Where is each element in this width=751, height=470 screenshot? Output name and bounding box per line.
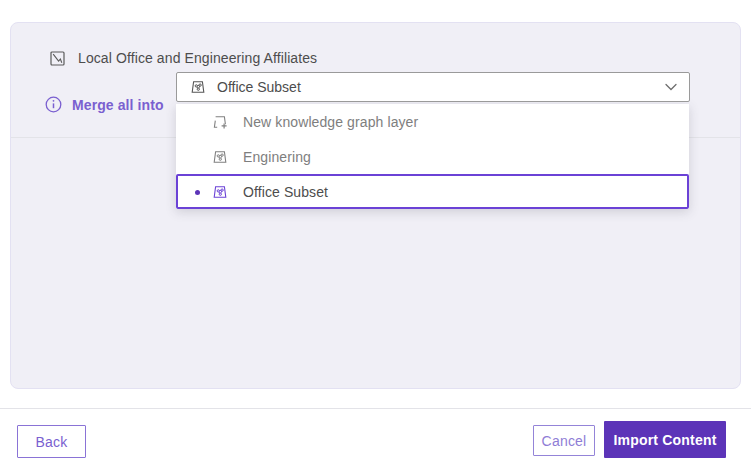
menu-option-label: Office Subset	[243, 184, 328, 200]
knowledge-graph-layer-icon	[212, 149, 228, 165]
menu-option-label: New knowledge graph layer	[243, 114, 418, 130]
merge-all-into-label: Merge all into	[72, 97, 164, 113]
knowledge-graph-layer-icon	[212, 184, 228, 200]
merge-all-into-row: Merge all into	[45, 96, 164, 113]
knowledge-graph-layer-icon	[190, 79, 206, 95]
import-content-button[interactable]: Import Content	[604, 421, 726, 458]
chevron-down-icon	[665, 83, 677, 91]
content-item-row: Local Office and Engineering Affiliates	[50, 50, 317, 66]
new-knowledge-graph-layer-icon	[212, 114, 228, 130]
cancel-button[interactable]: Cancel	[533, 425, 595, 456]
content-item-label: Local Office and Engineering Affiliates	[78, 50, 317, 66]
checkbox-sketch-icon[interactable]	[50, 51, 65, 66]
import-content-dialog: Local Office and Engineering Affiliates …	[0, 0, 751, 470]
footer-divider	[0, 408, 751, 409]
menu-option-enginering[interactable]: Enginering	[176, 139, 689, 174]
selected-bullet-dot	[195, 190, 200, 195]
merge-target-select[interactable]: Office Subset	[176, 72, 690, 102]
menu-option-label: Enginering	[243, 149, 311, 165]
merge-target-menu: New knowledge graph layer Enginering	[176, 104, 689, 209]
merge-target-value: Office Subset	[217, 79, 654, 95]
info-icon[interactable]	[45, 96, 62, 113]
menu-option-office-subset[interactable]: Office Subset	[176, 174, 689, 209]
menu-option-new-knowledge-graph-layer[interactable]: New knowledge graph layer	[176, 104, 689, 139]
back-button[interactable]: Back	[17, 425, 86, 458]
